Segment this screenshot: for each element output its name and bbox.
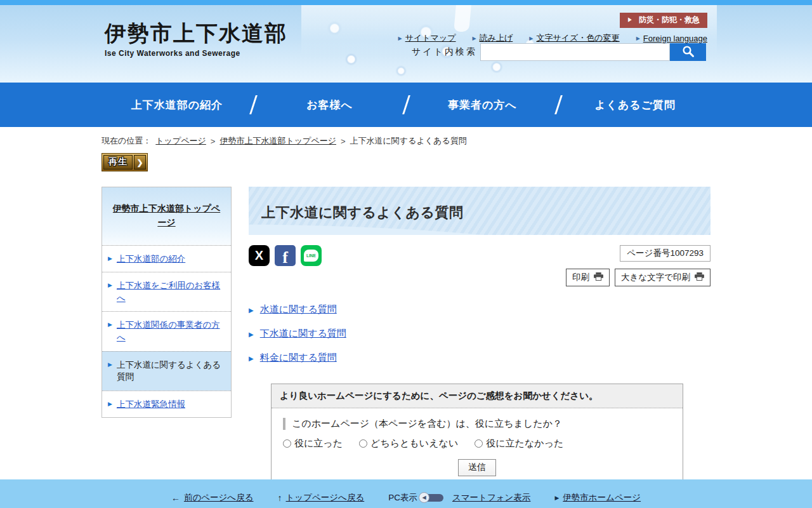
sidebar-item-customers[interactable]: ▶ 上下水道をご利用のお客様へ (102, 272, 231, 311)
triangle-icon: ▶ (108, 398, 112, 411)
util-link-fontsize: ▶ 文字サイズ・色の変更 (529, 32, 619, 44)
nav-item-customers[interactable]: お客様へ (254, 98, 405, 112)
triangle-icon: ▶ (473, 36, 476, 41)
speech-play-button[interactable]: 再生 ❯ (102, 153, 148, 171)
utility-links: ▶ サイトマップ ▶ 読み上げ ▶ 文字サイズ・色の変更 ▶ Foreign l… (398, 32, 707, 44)
radio-button-icon[interactable] (359, 439, 367, 448)
fontsize-color-link[interactable]: 文字サイズ・色の変更 (536, 32, 619, 44)
print-button[interactable]: 印刷 (566, 269, 610, 286)
print-label: 印刷 (572, 272, 589, 283)
sidebar-item-label[interactable]: 上下水道部の紹介 (117, 253, 185, 265)
sidebar-item-about[interactable]: ▶ 上下水道部の紹介 (102, 245, 231, 272)
toggle-knob-icon: ◀ (419, 492, 429, 503)
nav-item-about[interactable]: 上下水道部の紹介 (102, 98, 252, 112)
display-mode-toggle[interactable]: ◀ (422, 494, 443, 502)
footer-back-group: ← 前のページへ戻る (171, 492, 254, 504)
site-header: 伊勢市上下水道部 Ise City Waterworks and Sewerag… (0, 5, 812, 83)
faq-link-water[interactable]: 水道に関する質問 (260, 304, 337, 316)
nav-item-business[interactable]: 事業者の方へ (407, 98, 558, 112)
faq-link-fees[interactable]: 料金に関する質問 (260, 352, 337, 364)
triangle-icon: ▶ (249, 307, 254, 314)
emergency-button[interactable]: ▶ 防災・防犯・救急 (620, 13, 707, 28)
left-arrow-icon: ← (171, 493, 180, 503)
triangle-icon: ▶ (636, 36, 640, 41)
smartphone-display-link[interactable]: スマートフォン表示 (452, 492, 530, 504)
radio-button-icon[interactable] (475, 439, 483, 448)
radio-option-neutral[interactable]: どちらともいえない (359, 438, 458, 450)
sidebar-item-label[interactable]: 上下水道緊急情報 (117, 398, 185, 411)
sidebar-item-emergency[interactable]: ▶ 上下水道緊急情報 (102, 391, 231, 418)
main-column: 上下水道に関するよくある質問 X f LINE ページ番号1007293 印刷 (249, 187, 710, 488)
radio-label: 役に立たなかった (486, 438, 563, 450)
page-number-badge: ページ番号1007293 (620, 245, 710, 262)
faq-item-water: ▶ 水道に関する質問 (249, 304, 710, 316)
feedback-options: 役に立った どちらともいえない 役に立たなかった (283, 438, 671, 450)
util-link-foreign: ▶ Foreign language (636, 34, 707, 43)
up-arrow-icon: ↑ (278, 493, 282, 503)
radio-option-helpful[interactable]: 役に立った (283, 438, 343, 450)
triangle-icon: ▶ (627, 17, 632, 23)
triangle-icon: ▶ (108, 319, 112, 344)
site-logo[interactable]: 伊勢市上下水道部 Ise City Waterworks and Sewerag… (105, 20, 287, 58)
triangle-icon: ▶ (108, 253, 112, 265)
radio-option-not-helpful[interactable]: 役に立たなかった (475, 438, 563, 450)
top-page-link[interactable]: トップページへ戻る (286, 492, 365, 504)
footer-city-group: ▶ 伊勢市ホームページ (554, 492, 641, 504)
search-button[interactable] (670, 43, 706, 61)
ise-city-homepage-link[interactable]: 伊勢市ホームページ (563, 492, 641, 504)
footer-links: ← 前のページへ戻る ↑ トップページへ戻る PC表示 ◀ スマートフォン表示 … (0, 479, 812, 504)
foreign-language-link[interactable]: Foreign language (643, 34, 707, 43)
sidebar-item-label[interactable]: 上下水道をご利用のお客様へ (117, 279, 225, 304)
triangle-icon: ▶ (108, 279, 112, 304)
feedback-box: より良いホームページにするために、ページのご感想をお聞かせください。 このホーム… (271, 384, 683, 488)
readout-link[interactable]: 読み上げ (480, 32, 513, 44)
triangle-icon: ▶ (249, 331, 254, 338)
submit-button[interactable]: 送信 (458, 459, 496, 476)
search-icon (682, 45, 695, 60)
site-subtitle: Ise City Waterworks and Sewerage (105, 49, 287, 58)
top-accent-strip (0, 0, 812, 5)
triangle-icon: ▶ (554, 495, 559, 501)
radio-button-icon[interactable] (283, 439, 291, 448)
back-page-link[interactable]: 前のページへ戻る (184, 492, 254, 504)
x-twitter-share-icon[interactable]: X (249, 245, 270, 266)
faq-link-sewer[interactable]: 下水道に関する質問 (260, 328, 346, 340)
social-share-icons: X f LINE (249, 245, 322, 286)
feedback-header: より良いホームページにするために、ページのご感想をお聞かせください。 (272, 384, 683, 408)
breadcrumb-link-home[interactable]: トップページ (155, 135, 206, 147)
play-arrow-icon: ❯ (134, 155, 146, 170)
nav-item-faq[interactable]: よくあるご質問 (560, 98, 710, 112)
breadcrumb-separator: > (211, 137, 216, 146)
sidebar-item-business[interactable]: ▶ 上下水道関係の事業者の方へ (102, 311, 231, 351)
nav-inner: 上下水道部の紹介 お客様へ 事業者の方へ よくあるご質問 (102, 83, 710, 127)
faq-item-fees: ▶ 料金に関する質問 (249, 352, 710, 364)
breadcrumb-link-waterworks-top[interactable]: 伊勢市上下水道部トップページ (219, 135, 336, 147)
util-link-sitemap: ▶ サイトマップ (398, 32, 456, 44)
sidebar-item-faq-current[interactable]: ▶ 上下水道に関するよくある質問 (102, 351, 231, 391)
triangle-icon: ▶ (529, 36, 533, 41)
pc-display-label: PC表示 (388, 492, 417, 504)
sidebar-item-label[interactable]: 上下水道関係の事業者の方へ (117, 319, 225, 344)
footer-top-group: ↑ トップページへ戻る (278, 492, 365, 504)
feedback-submit-row: 送信 (283, 459, 671, 476)
printer-icon (695, 272, 704, 283)
printer-icon (594, 272, 603, 283)
facebook-share-icon[interactable]: f (275, 245, 296, 266)
radio-label: 役に立った (294, 438, 343, 450)
feedback-body: このホームページ（本ページを含む）は、役に立ちましたか？ 役に立った どちらとも… (272, 408, 683, 488)
sidebar-top-link[interactable]: 伊勢市上下水道部トップページ (113, 203, 220, 227)
sidebar-item-label: 上下水道に関するよくある質問 (117, 359, 225, 384)
line-logo-bubble: LINE (304, 250, 318, 262)
main-navigation: 上下水道部の紹介 お客様へ 事業者の方へ よくあるご質問 (0, 83, 812, 127)
print-buttons: 印刷 大きな文字で印刷 (566, 269, 710, 286)
search-label: サイト内検索 (412, 46, 477, 58)
page-title-banner: 上下水道に関するよくある質問 (249, 187, 710, 235)
sitemap-link[interactable]: サイトマップ (405, 32, 456, 44)
search-input[interactable] (480, 43, 670, 61)
line-share-icon[interactable]: LINE (301, 245, 322, 266)
triangle-icon: ▶ (249, 355, 254, 362)
header-utilities: ▶ 防災・防犯・救急 ▶ サイトマップ ▶ 読み上げ ▶ 文字サイズ・色の変更 … (398, 13, 707, 44)
feedback-question: このホームページ（本ページを含む）は、役に立ちましたか？ (283, 418, 671, 430)
site-title: 伊勢市上下水道部 (105, 20, 287, 46)
large-print-button[interactable]: 大きな文字で印刷 (615, 269, 710, 286)
